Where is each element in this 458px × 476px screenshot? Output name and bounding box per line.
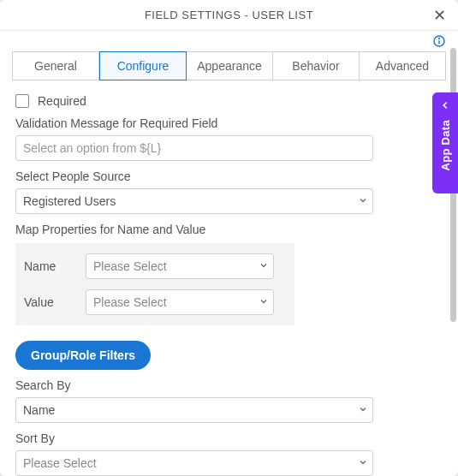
required-row: Required	[15, 94, 443, 108]
dialog-body: Required Validation Message for Required…	[0, 80, 458, 476]
required-label: Required	[38, 94, 86, 108]
map-value-row: Value Please Select	[24, 289, 286, 315]
chevron-down-icon	[259, 295, 269, 310]
field-settings-dialog: FIELD SETTINGS - USER LIST ✕ General Con…	[0, 0, 458, 476]
map-name-row: Name Please Select	[24, 253, 286, 279]
dialog-header: FIELD SETTINGS - USER LIST ✕	[0, 0, 458, 31]
chevron-down-icon	[259, 259, 269, 274]
map-value-label: Value	[24, 295, 75, 309]
app-data-side-tab[interactable]: App Data	[432, 92, 458, 193]
required-checkbox[interactable]	[15, 94, 29, 108]
search-by-label: Search By	[15, 378, 443, 392]
tab-appearance[interactable]: Appearance	[187, 51, 273, 80]
info-icon[interactable]	[432, 34, 446, 51]
search-by-select-wrap: Name	[15, 397, 373, 423]
tab-advanced[interactable]: Advanced	[360, 51, 446, 80]
map-value-select[interactable]: Please Select	[86, 289, 274, 315]
tab-behavior[interactable]: Behavior	[273, 51, 360, 80]
search-by-select[interactable]: Name	[15, 397, 373, 423]
sort-by-select[interactable]: Please Select	[15, 450, 373, 476]
map-value-value: Please Select	[93, 295, 167, 309]
map-name-label: Name	[24, 259, 75, 273]
dialog-title: FIELD SETTINGS - USER LIST	[145, 9, 313, 21]
map-name-select[interactable]: Please Select	[86, 253, 274, 279]
app-data-label: App Data	[439, 120, 452, 170]
validation-message-input[interactable]	[15, 135, 373, 161]
tab-general[interactable]: General	[12, 51, 99, 80]
svg-point-2	[439, 39, 440, 39]
info-row	[0, 31, 458, 51]
map-properties-box: Name Please Select Value Please Select	[15, 243, 294, 325]
close-button[interactable]: ✕	[430, 4, 449, 27]
people-source-select[interactable]: Registered Users	[15, 188, 373, 214]
validation-message-label: Validation Message for Required Field	[15, 116, 443, 130]
sort-by-select-wrap: Please Select	[15, 450, 373, 476]
sort-by-label: Sort By	[15, 431, 443, 445]
people-source-label: Select People Source	[15, 170, 443, 183]
search-by-value: Name	[23, 403, 55, 417]
tab-configure[interactable]: Configure	[99, 51, 187, 80]
map-properties-label: Map Properties for Name and Value	[15, 223, 443, 236]
close-icon: ✕	[433, 7, 446, 24]
group-role-filters-button[interactable]: Group/Role Filters	[15, 341, 151, 370]
people-source-value: Registered Users	[23, 194, 116, 208]
map-name-value: Please Select	[93, 259, 167, 273]
tabs: General Configure Appearance Behavior Ad…	[0, 51, 458, 80]
chevron-left-icon	[439, 99, 451, 115]
people-source-select-wrap: Registered Users	[15, 188, 373, 214]
sort-by-value: Please Select	[23, 456, 97, 470]
